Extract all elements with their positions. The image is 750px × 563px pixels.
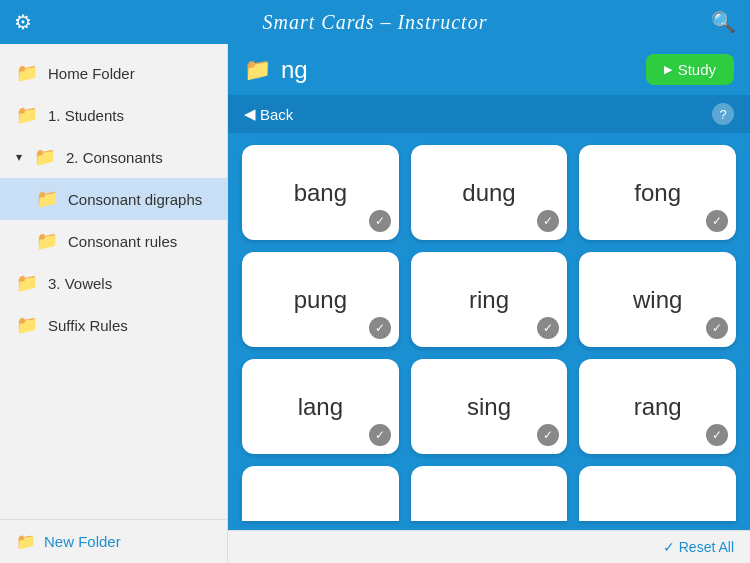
check-badge-fong: ✓	[706, 210, 728, 232]
main-topbar: 📁 ng ▶ Study	[228, 44, 750, 95]
sidebar-item-students-label: 1. Students	[48, 107, 124, 124]
back-arrow-icon: ◀	[244, 105, 256, 123]
app-header: ⚙ Smart Cards – Instructor 🔍	[0, 0, 750, 44]
new-folder-button[interactable]: 📁 New Folder	[0, 519, 227, 563]
sidebar-item-students[interactable]: 📁 1. Students	[0, 94, 227, 136]
card-word-sing: sing	[467, 393, 511, 421]
search-icon[interactable]: 🔍	[711, 10, 736, 34]
sidebar-item-rules[interactable]: 📁 Consonant rules	[0, 220, 227, 262]
check-badge-ring: ✓	[537, 317, 559, 339]
cards-grid: bang ✓ dung ✓ fong ✓ pung ✓ ring	[242, 145, 736, 521]
card-wing[interactable]: wing ✓	[579, 252, 736, 347]
expand-arrow-consonants: ▾	[16, 150, 22, 164]
suffix-folder-icon: 📁	[16, 314, 38, 336]
card-word-fong: fong	[634, 179, 681, 207]
students-folder-icon: 📁	[16, 104, 38, 126]
sidebar-item-home-label: Home Folder	[48, 65, 135, 82]
sidebar: 📁 Home Folder 📁 1. Students ▾ 📁 2. Conso…	[0, 44, 228, 563]
sidebar-item-rules-label: Consonant rules	[68, 233, 177, 250]
sidebar-item-suffix-label: Suffix Rules	[48, 317, 128, 334]
study-button[interactable]: ▶ Study	[646, 54, 734, 85]
card-pung[interactable]: pung ✓	[242, 252, 399, 347]
help-button[interactable]: ?	[712, 103, 734, 125]
card-word-wing: wing	[633, 286, 682, 314]
back-bar: ◀ Back ?	[228, 95, 750, 133]
card-lang[interactable]: lang ✓	[242, 359, 399, 454]
main-content: 📁 ng ▶ Study ◀ Back ? bang	[228, 44, 750, 563]
topic-folder-icon: 📁	[244, 57, 271, 83]
check-badge-rang: ✓	[706, 424, 728, 446]
sidebar-item-digraphs-label: Consonant digraphs	[68, 191, 202, 208]
card-empty-1[interactable]	[242, 466, 399, 521]
settings-icon[interactable]: ⚙	[14, 10, 32, 34]
new-folder-label: New Folder	[44, 533, 121, 550]
reset-all-button[interactable]: ✓ Reset All	[663, 539, 734, 555]
study-button-label: Study	[678, 61, 716, 78]
home-folder-icon: 📁	[16, 62, 38, 84]
card-fong[interactable]: fong ✓	[579, 145, 736, 240]
card-word-lang: lang	[298, 393, 343, 421]
new-folder-icon: 📁	[16, 532, 36, 551]
card-empty-2[interactable]	[411, 466, 568, 521]
app-title: Smart Cards – Instructor	[263, 11, 488, 34]
sidebar-item-suffix[interactable]: 📁 Suffix Rules	[0, 304, 227, 346]
check-badge-wing: ✓	[706, 317, 728, 339]
check-badge-lang: ✓	[369, 424, 391, 446]
back-button[interactable]: ◀ Back	[244, 105, 293, 123]
check-badge-bang: ✓	[369, 210, 391, 232]
cards-area: bang ✓ dung ✓ fong ✓ pung ✓ ring	[228, 133, 750, 530]
sidebar-item-consonants-label: 2. Consonants	[66, 149, 163, 166]
card-word-pung: pung	[294, 286, 347, 314]
card-rang[interactable]: rang ✓	[579, 359, 736, 454]
rules-folder-icon: 📁	[36, 230, 58, 252]
card-ring[interactable]: ring ✓	[411, 252, 568, 347]
help-icon-label: ?	[719, 107, 726, 122]
card-word-rang: rang	[634, 393, 682, 421]
digraphs-folder-icon: 📁	[36, 188, 58, 210]
sidebar-item-vowels[interactable]: 📁 3. Vowels	[0, 262, 227, 304]
sidebar-item-home[interactable]: 📁 Home Folder	[0, 52, 227, 94]
card-bang[interactable]: bang ✓	[242, 145, 399, 240]
card-sing[interactable]: sing ✓	[411, 359, 568, 454]
sidebar-item-consonants[interactable]: ▾ 📁 2. Consonants	[0, 136, 227, 178]
check-badge-pung: ✓	[369, 317, 391, 339]
sidebar-item-vowels-label: 3. Vowels	[48, 275, 112, 292]
consonants-folder-icon: 📁	[34, 146, 56, 168]
topic-area: 📁 ng	[244, 56, 308, 84]
sidebar-item-digraphs[interactable]: 📁 Consonant digraphs	[0, 178, 227, 220]
card-empty-3[interactable]	[579, 466, 736, 521]
card-word-ring: ring	[469, 286, 509, 314]
reset-all-label: Reset All	[679, 539, 734, 555]
card-word-dung: dung	[462, 179, 515, 207]
check-badge-sing: ✓	[537, 424, 559, 446]
check-icon: ✓	[663, 539, 675, 555]
back-button-label: Back	[260, 106, 293, 123]
card-dung[interactable]: dung ✓	[411, 145, 568, 240]
check-badge-dung: ✓	[537, 210, 559, 232]
topic-title: ng	[281, 56, 308, 84]
vowels-folder-icon: 📁	[16, 272, 38, 294]
card-word-bang: bang	[294, 179, 347, 207]
main-footer: ✓ Reset All	[228, 530, 750, 563]
main-layout: 📁 Home Folder 📁 1. Students ▾ 📁 2. Conso…	[0, 44, 750, 563]
play-icon: ▶	[664, 63, 672, 76]
